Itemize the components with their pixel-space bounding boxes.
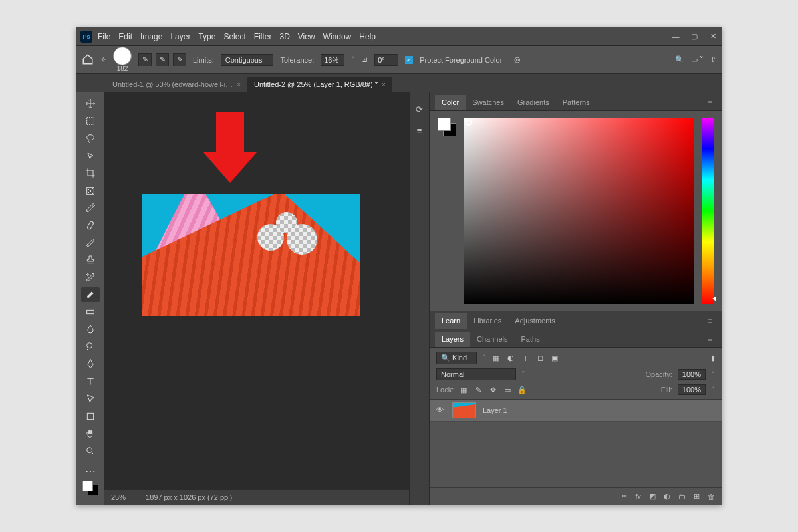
shape-tool[interactable] [81,409,100,424]
move-tool[interactable] [81,96,100,111]
filter-smart-icon[interactable]: ▣ [550,354,559,363]
opacity-input[interactable]: 100% [678,369,706,380]
layer-filter-kind[interactable]: 🔍 Kind [436,352,477,364]
link-layers-icon[interactable]: ⚭ [621,492,627,501]
menu-window[interactable]: Window [323,32,352,41]
protect-fg-checkbox[interactable]: ✓ [405,56,413,64]
new-layer-icon[interactable]: ⊞ [694,492,700,501]
layer-thumbnail[interactable] [452,402,476,418]
search-icon[interactable]: 🔍 [675,55,684,64]
filter-adjust-icon[interactable]: ◐ [506,354,515,363]
window-minimize-button[interactable]: — [671,33,680,41]
window-maximize-button[interactable]: ▢ [690,32,699,41]
tab-layers[interactable]: Layers [435,332,470,347]
pressure-icon[interactable]: ◎ [514,55,521,64]
brush-preview[interactable] [113,47,132,65]
document-tab-2[interactable]: Untitled-2 @ 25% (Layer 1, RGB/8#) * × [247,77,392,92]
tab-color[interactable]: Color [435,95,466,110]
menu-file[interactable]: File [98,32,110,41]
document-tab-1[interactable]: Untitled-1 @ 50% (edward-howell-i… × [106,77,247,92]
group-layers-icon[interactable]: 🗀 [678,493,686,501]
saturation-picker[interactable] [464,118,694,304]
limits-select[interactable]: Contiguous [221,54,274,66]
visibility-icon[interactable]: 👁 [436,406,446,415]
menu-select[interactable]: Select [223,32,245,41]
filter-type-icon[interactable]: T [521,354,530,363]
lock-image-icon[interactable]: ✎ [473,385,483,394]
menu-type[interactable]: Type [198,32,215,41]
tab-learn[interactable]: Learn [435,313,467,329]
lock-all-icon[interactable]: 🔒 [517,385,527,394]
stamp-tool[interactable] [81,253,100,267]
crop-tool[interactable] [81,166,100,180]
healing-tool[interactable] [81,218,100,233]
tab-channels[interactable]: Channels [470,332,514,347]
dodge-tool[interactable] [81,339,100,354]
blend-mode-select[interactable]: Normal [436,368,516,380]
zoom-tool[interactable] [81,444,100,458]
filter-shape-icon[interactable]: ◻ [535,354,545,363]
tab-swatches[interactable]: Swatches [466,95,511,110]
layer-mask-icon[interactable]: ◩ [649,492,656,501]
hue-slider[interactable] [702,118,714,304]
delete-layer-icon[interactable]: 🗑 [708,493,715,501]
lasso-tool[interactable] [81,131,100,146]
fill-input[interactable]: 100% [678,384,706,395]
tab-paths[interactable]: Paths [515,332,547,347]
blur-tool[interactable] [81,322,100,336]
document-canvas[interactable] [142,194,360,316]
tab-patterns[interactable]: Patterns [556,95,597,110]
eyedropper-tool[interactable] [81,201,100,215]
eraser-tool[interactable] [81,287,100,302]
close-icon[interactable]: × [382,81,386,88]
workspace-icon[interactable]: ▭ ˅ [691,55,704,64]
path-select-tool[interactable] [81,392,100,406]
pen-tool[interactable] [81,356,100,371]
lock-position-icon[interactable]: ✥ [488,385,497,394]
gradient-tool[interactable] [81,305,100,319]
tab-libraries[interactable]: Libraries [467,313,508,329]
menu-help[interactable]: Help [359,32,376,41]
quick-select-tool[interactable] [81,148,100,163]
tolerance-input[interactable]: 16% [321,54,344,66]
menu-filter[interactable]: Filter [254,32,272,41]
panel-menu-icon[interactable]: ≡ [704,313,716,329]
foreground-color[interactable] [82,481,93,491]
window-close-button[interactable]: ✕ [708,32,718,41]
history-brush-tool[interactable] [81,270,100,285]
hand-tool[interactable] [81,426,100,441]
menu-image[interactable]: Image [140,32,162,41]
history-panel-icon[interactable]: ⟳ [414,103,426,115]
frame-tool[interactable] [81,183,100,198]
layer-row[interactable]: 👁 Layer 1 [430,400,722,422]
sampling-continuous-button[interactable]: ✎ [138,53,152,66]
share-icon[interactable]: ⇧ [710,55,716,64]
menu-view[interactable]: View [298,32,315,41]
adjustment-layer-icon[interactable]: ◐ [664,492,670,501]
layer-fx-icon[interactable]: fx [635,493,641,501]
panel-color-swatch[interactable] [438,118,456,136]
filter-pixel-icon[interactable]: ▦ [491,354,501,363]
tab-gradients[interactable]: Gradients [511,95,556,110]
panel-menu-icon[interactable]: ≡ [704,332,716,347]
layer-name[interactable]: Layer 1 [483,406,507,414]
canvas[interactable]: 25% 1897 px x 1026 px (72 ppi) [104,92,409,505]
sampling-once-button[interactable]: ✎ [156,53,169,66]
sampling-swatch-button[interactable]: ✎ [173,53,186,66]
tab-adjustments[interactable]: Adjustments [508,313,562,329]
properties-panel-icon[interactable]: ≡ [414,124,426,136]
type-tool[interactable] [81,374,100,389]
lock-transparent-icon[interactable]: ▦ [459,385,468,394]
angle-input[interactable]: 0° [374,54,398,66]
lock-artboard-icon[interactable]: ▭ [503,385,512,394]
marquee-tool[interactable] [81,114,100,128]
panel-menu-icon[interactable]: ≡ [704,95,716,110]
zoom-level[interactable]: 25% [111,493,126,501]
filter-toggle[interactable]: ▮ [711,354,715,362]
menu-layer[interactable]: Layer [170,32,190,41]
menu-3d[interactable]: 3D [279,32,289,41]
color-swatch[interactable] [82,481,98,495]
close-icon[interactable]: × [237,81,241,88]
brush-tool[interactable] [81,235,100,250]
menu-edit[interactable]: Edit [118,32,132,41]
